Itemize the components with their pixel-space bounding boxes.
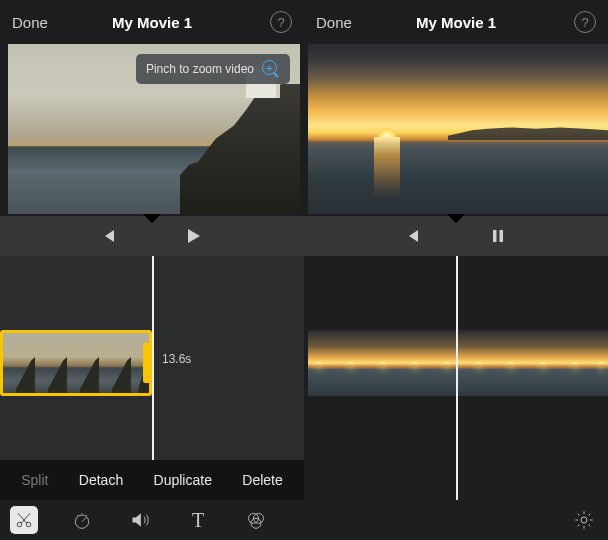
editor-pane-left: Done My Movie 1 ? Pinch to zoom video + xyxy=(0,0,304,540)
svg-rect-6 xyxy=(493,230,497,242)
delete-button[interactable]: Delete xyxy=(242,472,282,488)
duplicate-button[interactable]: Duplicate xyxy=(154,472,212,488)
undo-button[interactable] xyxy=(270,227,290,245)
project-title: My Movie 1 xyxy=(112,14,192,31)
done-button[interactable]: Done xyxy=(316,14,352,31)
detach-button[interactable]: Detach xyxy=(79,472,123,488)
help-button[interactable]: ? xyxy=(270,11,292,33)
done-button[interactable]: Done xyxy=(12,14,48,31)
volume-tool-button[interactable] xyxy=(126,506,154,534)
bottom-toolbar: T xyxy=(0,500,304,540)
svg-point-8 xyxy=(581,517,587,523)
playhead-line[interactable] xyxy=(456,256,458,540)
clip-duration-label: 13.6s xyxy=(162,352,191,366)
skip-start-button[interactable] xyxy=(99,227,117,245)
svg-rect-7 xyxy=(499,230,503,242)
skip-start-button[interactable] xyxy=(403,227,421,245)
playhead-marker-icon xyxy=(447,214,465,223)
svg-point-1 xyxy=(26,522,31,527)
play-button[interactable] xyxy=(183,226,203,246)
editor-pane-right: Done My Movie 1 ? xyxy=(304,0,608,540)
help-button[interactable]: ? xyxy=(574,11,596,33)
clip-selected[interactable] xyxy=(0,330,152,396)
svg-point-0 xyxy=(17,522,22,527)
settings-button[interactable] xyxy=(570,506,598,534)
pause-button[interactable] xyxy=(489,227,507,245)
playhead-marker-icon xyxy=(143,214,161,223)
timeline[interactable]: 13.6s Split Detach Duplicate Delete T xyxy=(0,256,304,540)
hint-label: Pinch to zoom video xyxy=(146,62,254,76)
filters-tool-button[interactable] xyxy=(242,506,270,534)
zoom-hint: Pinch to zoom video + xyxy=(136,54,290,84)
bottom-toolbar xyxy=(304,500,608,540)
cut-tool-button[interactable] xyxy=(10,506,38,534)
preview-viewport[interactable]: Pinch to zoom video + xyxy=(8,44,300,214)
navbar: Done My Movie 1 ? xyxy=(304,0,608,44)
text-tool-button[interactable]: T xyxy=(184,506,212,534)
add-media-button[interactable] xyxy=(14,227,32,245)
add-media-button[interactable] xyxy=(318,227,336,245)
clip-actions-bar: Split Detach Duplicate Delete xyxy=(0,460,304,500)
preview-viewport[interactable] xyxy=(308,44,608,214)
speed-tool-button[interactable] xyxy=(68,506,96,534)
navbar: Done My Movie 1 ? xyxy=(0,0,304,44)
clip[interactable] xyxy=(308,330,608,396)
split-button[interactable]: Split xyxy=(21,472,48,488)
magnify-plus-icon: + xyxy=(262,60,280,78)
project-title: My Movie 1 xyxy=(416,14,496,31)
undo-button[interactable] xyxy=(574,227,594,245)
timeline[interactable] xyxy=(304,256,608,540)
